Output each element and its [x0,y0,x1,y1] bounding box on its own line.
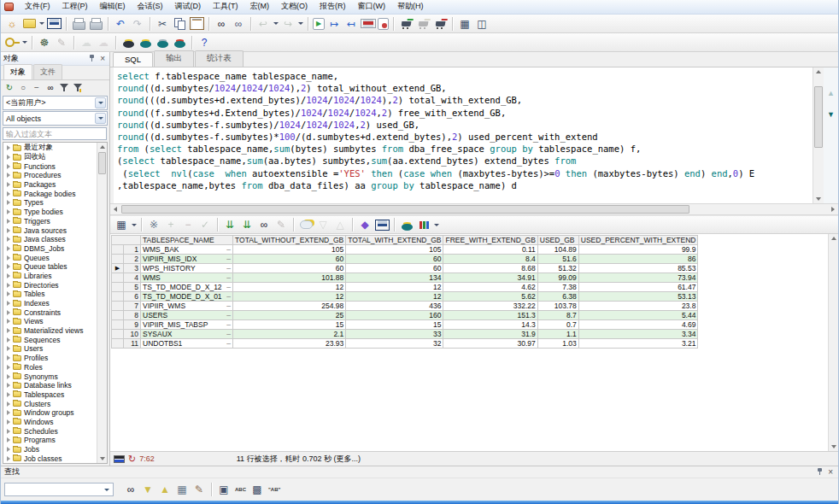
refresh-record-icon[interactable]: ※ [146,218,161,232]
chart-icon-dropdown[interactable] [432,218,440,232]
cut-icon[interactable]: ✂ [155,16,170,31]
column-header[interactable]: USED_PERCENT_WITH_EXTEND [578,236,698,245]
value-cell[interactable]: 3.21 [578,339,698,349]
tree-item[interactable]: Type bodies [3,208,97,217]
tree-item[interactable]: Tables [3,290,97,299]
menubar-item-7[interactable]: 文档(O) [275,0,314,15]
value-cell[interactable]: 34.91 [443,273,537,283]
column-header[interactable]: FREE_WITH_EXTEND_GB [443,236,537,245]
tree-item[interactable]: Indexes [3,299,97,308]
table-row[interactable]: 5TS_TD_MODE_D_X_1212124.627.3861.47 [112,283,698,292]
editor-hscrollbar[interactable] [110,204,838,215]
menubar-item-6[interactable]: 宏(M) [244,0,276,15]
fetch-all-icon[interactable]: ⇊ [239,218,255,232]
value-cell[interactable]: 134 [346,273,443,283]
value-cell[interactable]: 85.53 [578,264,698,273]
value-cell[interactable]: 31.9 [443,330,537,339]
chart-icon[interactable] [416,218,431,232]
expander-icon[interactable] [7,337,10,343]
tree-item[interactable]: Window groups [3,408,97,418]
value-cell[interactable]: 23.8 [578,302,698,311]
menubar-item-4[interactable]: 调试(D) [169,0,208,15]
menubar-item-5[interactable]: 工具(T) [207,0,244,15]
row-number[interactable]: 5 [124,283,141,292]
tablespace-name-cell[interactable]: VIPIIR_MIS_IDX [141,255,233,264]
table-row[interactable]: ▶3WPS_HISTORY60608.6851.3285.53 [112,264,698,273]
expander-icon[interactable] [7,273,10,278]
value-cell[interactable]: 1.1 [537,330,578,339]
find-input[interactable] [4,483,114,496]
sql-editor[interactable]: select f.tablespace_name tablespace_name… [110,67,813,203]
find-next-icon[interactable]: ▼ [140,483,155,497]
expander-icon[interactable] [7,191,10,196]
value-cell[interactable]: 12 [346,292,443,302]
save-results-icon[interactable] [374,218,390,232]
tree-item[interactable]: Schedules [3,426,97,436]
tree-item[interactable]: Jobs [3,445,97,454]
pin-icon[interactable] [817,468,823,476]
expander-icon[interactable] [7,392,10,397]
collapse-all-icon[interactable]: − [30,82,44,94]
value-cell[interactable]: 14.3 [443,320,537,330]
row-number[interactable]: 3 [124,264,141,273]
tablespace-name-cell[interactable]: WMS_BAK [141,245,233,255]
scrollbar-thumb[interactable] [98,152,106,174]
tab-统计表[interactable]: 统计表 [195,50,243,67]
value-cell[interactable]: 5.44 [578,311,698,320]
value-cell[interactable]: 254.98 [233,302,346,311]
row-number[interactable]: 11 [124,339,141,349]
value-cell[interactable]: 99.09 [537,273,578,283]
value-cell[interactable]: 53.13 [578,292,698,302]
tree-item[interactable]: Programs [3,436,97,445]
tree-item[interactable]: Packages [3,180,97,190]
expander-icon[interactable] [7,328,10,333]
whole-word-icon[interactable]: ▩ [249,483,265,497]
value-cell[interactable]: 103.78 [537,302,578,311]
expander-icon[interactable] [7,228,10,233]
value-cell[interactable]: 61.47 [578,283,698,292]
find-object-icon[interactable]: ∞ [44,82,57,94]
menubar-item-9[interactable]: 窗口(W) [352,0,392,15]
tree-item[interactable]: Procedures [3,171,97,180]
break-icon[interactable] [361,16,376,31]
status-message[interactable]: 11 行被选择，耗时 0.702 秒 (更多...) [237,454,361,465]
value-cell[interactable]: 25 [233,311,346,320]
expander-icon[interactable] [7,209,10,214]
grid-mode-icon[interactable]: ▦ [114,218,129,232]
row-number[interactable]: 9 [124,320,141,330]
row-number[interactable]: 1 [124,245,141,255]
session-teapot-icon-4[interactable] [172,35,187,50]
logon-icon-dropdown[interactable] [21,35,28,50]
value-cell[interactable]: 1.03 [537,339,578,349]
value-cell[interactable]: 101.88 [233,273,346,283]
tree-item[interactable]: Libraries [3,272,97,281]
scroll-right-arrow[interactable] [828,204,838,214]
tree-item[interactable]: DBMS_Jobs [3,244,97,254]
save-icon[interactable] [46,16,62,31]
abort-icon[interactable] [378,18,389,30]
table-row[interactable]: 8USERS25160151.38.75.44 [112,311,698,320]
tree-scrollbar[interactable] [97,143,107,463]
tablespace-name-cell[interactable]: SYSAUX [141,330,233,339]
value-cell[interactable]: 436 [346,302,443,311]
search-replace-icon[interactable]: ∞ [231,16,246,31]
table-row[interactable]: 2VIPIIR_MIS_IDX60608.451.686 [112,255,698,264]
value-cell[interactable]: 8.7 [537,311,578,320]
tree-item[interactable]: Functions [3,161,97,171]
tab-输出[interactable]: 输出 [154,50,194,67]
value-cell[interactable]: 60 [233,264,346,273]
expander-icon[interactable] [7,374,10,379]
editor-vscrollbar[interactable] [813,67,824,203]
value-cell[interactable]: 32 [346,339,443,349]
value-cell[interactable]: 23.93 [233,339,346,349]
expander-icon[interactable] [7,200,10,205]
tree-item[interactable]: Queues [3,253,97,262]
tree-item[interactable]: Windows [3,418,97,427]
dot-icon[interactable]: ○ [16,82,30,94]
menubar-item-2[interactable]: 编辑(E) [94,0,132,15]
table-row[interactable]: 7VIPIIR_WMS254.98436332.22103.7823.8 [112,302,698,311]
tree-item[interactable]: Job classes [3,454,97,463]
tablespace-name-cell[interactable]: TS_TD_MODE_D_X_12 [141,283,233,292]
value-cell[interactable]: 99.9 [578,245,698,255]
expander-icon[interactable] [7,145,10,150]
